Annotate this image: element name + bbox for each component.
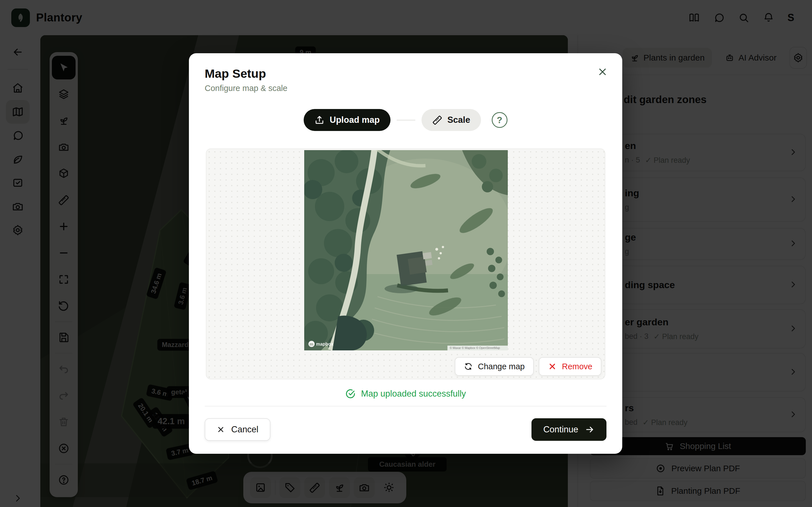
upload-icon: [314, 115, 324, 125]
remove-map-button[interactable]: Remove: [539, 357, 601, 376]
ruler-icon: [432, 115, 442, 125]
x-icon: [216, 425, 225, 434]
remove-map-label: Remove: [562, 362, 592, 371]
stepper-connector: [397, 120, 415, 121]
preview-actions: Change map Remove: [206, 353, 605, 379]
svg-text:mapbox: mapbox: [316, 342, 333, 346]
cancel-label: Cancel: [231, 425, 259, 435]
change-map-button[interactable]: Change map: [455, 357, 534, 376]
setup-stepper: Upload map Scale ?: [189, 109, 622, 131]
modal-divider: [205, 406, 606, 406]
modal-footer: Cancel Continue: [205, 418, 606, 441]
svg-text:© Maxar © Mapbox © OpenStreetM: © Maxar © Mapbox © OpenStreetMap: [450, 346, 500, 349]
change-map-label: Change map: [478, 362, 525, 371]
cancel-button[interactable]: Cancel: [205, 418, 270, 441]
x-icon: [548, 362, 557, 371]
arrow-right-icon: [585, 425, 595, 434]
map-preview-dropzone: m mapbox © Maxar © Mapbox © OpenStreetMa…: [206, 149, 605, 379]
continue-label: Continue: [543, 425, 578, 435]
step-upload-label: Upload map: [329, 115, 379, 125]
upload-success-message: Map uploaded successfully: [189, 388, 622, 399]
modal-subtitle: Configure map & scale: [205, 83, 287, 93]
step-upload-map[interactable]: Upload map: [304, 109, 390, 131]
continue-button[interactable]: Continue: [531, 418, 606, 441]
plantory-app: Plantory S: [0, 0, 812, 507]
map-attribution: © Maxar © Mapbox © OpenStreetMap: [448, 346, 508, 350]
step-scale[interactable]: Scale: [421, 109, 481, 131]
svg-text:m: m: [310, 342, 313, 346]
mapbox-watermark: m mapbox: [308, 341, 333, 347]
success-text: Map uploaded successfully: [361, 389, 466, 399]
step-scale-label: Scale: [448, 115, 470, 125]
modal-title: Map Setup: [205, 67, 266, 80]
uploaded-map-image: m mapbox © Maxar © Mapbox © OpenStreetMa…: [304, 150, 508, 350]
close-icon[interactable]: [595, 64, 610, 80]
refresh-icon: [464, 362, 473, 371]
check-circle-icon: [345, 388, 356, 399]
map-setup-modal: Map Setup Configure map & scale Upload m…: [189, 53, 622, 454]
help-circle-icon[interactable]: ?: [492, 112, 507, 128]
